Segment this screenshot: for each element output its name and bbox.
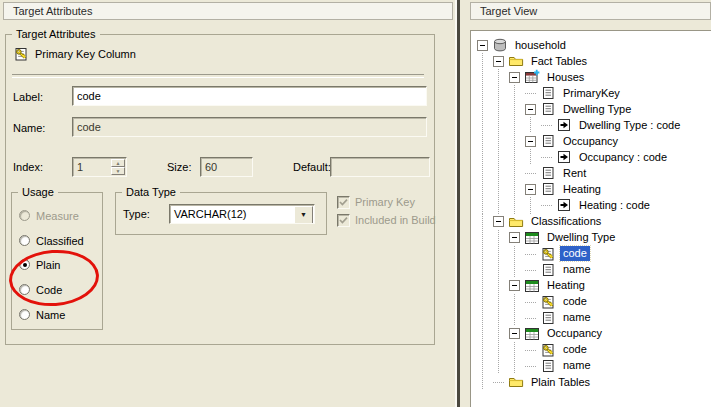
collapse-minus-icon[interactable] [509, 280, 520, 291]
usage-radio-classified[interactable]: Classified [19, 234, 84, 247]
tree-item-name[interactable]: name [471, 310, 711, 326]
tree-item-household[interactable]: household [471, 37, 711, 53]
tree-item-label[interactable]: Plain Tables [528, 375, 593, 390]
tree-indent-guide [493, 117, 509, 133]
tree-connector [525, 246, 536, 262]
tree-item-occupancy-code[interactable]: Occupancy : code [471, 149, 711, 165]
collapse-minus-icon[interactable] [525, 104, 536, 115]
tree-item-code[interactable]: code [471, 342, 711, 358]
tree-item-heating[interactable]: Heating [471, 181, 711, 197]
groupbox-title: Target Attributes [12, 28, 100, 41]
data-type-selected-value: VARCHAR(12) [174, 208, 247, 220]
collapse-minus-icon[interactable] [477, 40, 488, 51]
tree-item-dwelling-type[interactable]: Dwelling Type [471, 101, 711, 117]
tree-indent-guide [509, 342, 525, 358]
tree-item-code[interactable]: code [471, 246, 711, 262]
tree-item-primarykey[interactable]: PrimaryKey [471, 85, 711, 101]
tree-item-label[interactable]: PrimaryKey [560, 86, 623, 101]
checkbox-icon [337, 214, 350, 227]
tree-item-occupancy[interactable]: Occupancy [471, 326, 711, 342]
pane-splitter[interactable] [457, 0, 460, 407]
tree-connector [541, 117, 552, 133]
arrow-icon [556, 149, 572, 165]
tree-item-label[interactable]: Occupancy [560, 134, 621, 149]
tree-item-label[interactable]: code [560, 294, 590, 309]
checkbox-primary-key: Primary Key [337, 196, 415, 209]
collapse-minus-icon[interactable] [525, 136, 536, 147]
tree-item-label[interactable]: Dwelling Type [544, 230, 618, 245]
collapse-minus-icon[interactable] [509, 328, 520, 339]
tree-item-label[interactable]: Heating [544, 278, 588, 293]
tree-indent-guide [525, 197, 541, 213]
tree-indent-guide [493, 246, 509, 262]
tree-indent-guide [477, 310, 493, 326]
doc-icon [540, 181, 556, 197]
tree-indent-guide [477, 165, 493, 181]
radio-icon[interactable] [19, 235, 30, 246]
radio-icon[interactable] [19, 309, 30, 320]
tree-indent-guide [477, 181, 493, 197]
tree-item-label[interactable]: name [560, 358, 594, 373]
tree-item-plain-tables[interactable]: Plain Tables [471, 374, 711, 390]
index-field-label: Index: [13, 157, 43, 177]
collapse-minus-icon[interactable] [509, 232, 520, 243]
collapse-minus-icon[interactable] [509, 72, 520, 83]
tree-item-label[interactable]: Dwelling Type : code [576, 118, 683, 133]
tree-item-label[interactable]: Dwelling Type [560, 102, 634, 117]
tree-item-name[interactable]: name [471, 262, 711, 278]
size-field-label: Size: [167, 157, 191, 177]
tree-indent-guide [477, 374, 493, 390]
tree-item-label[interactable]: household [512, 38, 569, 53]
tree-item-rent[interactable]: Rent [471, 165, 711, 181]
tree-item-label[interactable]: Fact Tables [528, 54, 590, 69]
tree-item-heating[interactable]: Heating [471, 278, 711, 294]
tree-item-label[interactable]: Houses [544, 70, 587, 85]
tree-indent-guide [493, 149, 509, 165]
tree-indent-guide [509, 262, 525, 278]
tree-item-houses[interactable]: Houses [471, 69, 711, 85]
tree-item-label[interactable]: code [560, 342, 590, 357]
tree-item-label[interactable]: name [560, 310, 594, 325]
collapse-minus-icon[interactable] [525, 184, 536, 195]
tree-indent-guide [477, 230, 493, 246]
tree-item-label[interactable]: Heating : code [576, 198, 653, 213]
usage-radio-name[interactable]: Name [19, 308, 65, 321]
tree-item-label[interactable]: name [560, 262, 594, 277]
checkbox-label: Primary Key [355, 196, 415, 209]
target-attributes-pane: Target Attributes Target Attributes Prim… [0, 0, 463, 407]
target-view-tree[interactable]: householdFact TablesHousesPrimaryKeyDwel… [470, 30, 711, 407]
tree-indent-guide [493, 181, 509, 197]
fact-table-icon [524, 69, 540, 85]
tree-item-code[interactable]: code [471, 294, 711, 310]
tree-item-label[interactable]: Occupancy : code [576, 150, 670, 165]
classification-table-icon [524, 326, 540, 342]
tree-connector [525, 85, 536, 101]
collapse-minus-icon[interactable] [493, 56, 504, 67]
tree-item-dwelling-type-code[interactable]: Dwelling Type : code [471, 117, 711, 133]
tree-connector [493, 374, 504, 390]
tree-indent-guide [477, 149, 493, 165]
tree-item-dwelling-type[interactable]: Dwelling Type [471, 230, 711, 246]
tree-item-heating-code[interactable]: Heating : code [471, 197, 711, 213]
tree-item-label[interactable]: Occupancy [544, 326, 605, 341]
tree-item-fact-tables[interactable]: Fact Tables [471, 53, 711, 69]
tree-item-label[interactable]: Rent [560, 166, 589, 181]
doc-icon [540, 85, 556, 101]
tree-item-name[interactable]: name [471, 358, 711, 374]
tree-connector [525, 262, 536, 278]
tree-item-label[interactable]: Classifications [528, 214, 604, 229]
tree-indent-guide [477, 53, 493, 69]
tree-indent-guide [493, 197, 509, 213]
key-icon [540, 342, 556, 358]
label-input[interactable]: code [72, 86, 427, 106]
tree-item-classifications[interactable]: Classifications [471, 214, 711, 230]
check-icon [339, 216, 348, 225]
tree-item-label[interactable]: code [560, 246, 590, 261]
collapse-minus-icon[interactable] [493, 216, 504, 227]
tree-item-label[interactable]: Heating [560, 182, 604, 197]
data-type-select[interactable]: VARCHAR(12) ▼ [169, 204, 315, 224]
chevron-down-icon[interactable]: ▼ [294, 206, 313, 224]
index-spinner-buttons: ▲ ▼ [111, 159, 125, 175]
tree-indent-guide [477, 358, 493, 374]
tree-item-occupancy[interactable]: Occupancy [471, 133, 711, 149]
